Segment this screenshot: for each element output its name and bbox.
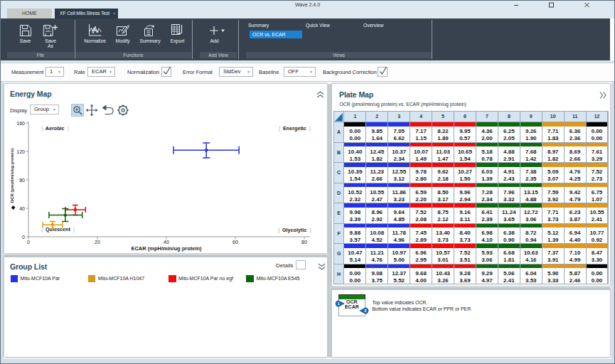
- svg-text:80: 80: [301, 240, 307, 245]
- svg-text:A: A: [96, 29, 99, 33]
- svg-text:0: 0: [22, 235, 25, 240]
- svg-text:❘ Quiescent ❘: ❘ Quiescent ❘: [40, 226, 76, 233]
- svg-text:❘ Energetic ❘: ❘ Energetic ❘: [277, 125, 312, 132]
- svg-text:❘ Glycolytic ❘: ❘ Glycolytic ❘: [277, 227, 312, 234]
- svg-text:40: 40: [164, 240, 169, 245]
- svg-text:❘ Aerobic ❘: ❘ Aerobic ❘: [40, 125, 70, 132]
- svg-text:80: 80: [19, 178, 25, 183]
- svg-text:20: 20: [95, 240, 100, 245]
- svg-text:OCR (pmol/min/ug protein): OCR (pmol/min/ug protein): [10, 149, 14, 203]
- svg-text:120: 120: [16, 149, 25, 154]
- svg-text:0: 0: [27, 240, 30, 245]
- svg-text:60: 60: [232, 240, 238, 245]
- svg-text:160: 160: [16, 121, 25, 126]
- svg-text:40: 40: [19, 206, 25, 211]
- svg-text:ECAR (mpH/min/ug protein): ECAR (mpH/min/ug protein): [131, 245, 202, 252]
